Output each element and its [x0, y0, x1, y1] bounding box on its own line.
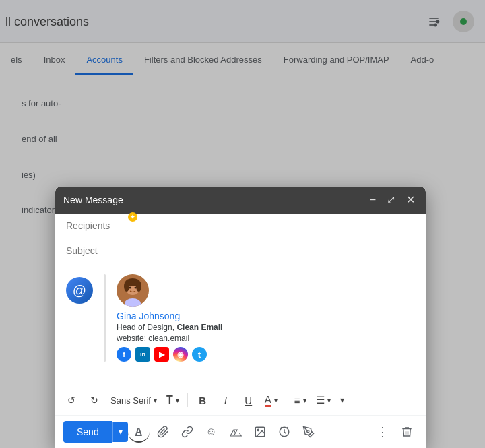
svg-point-11	[135, 287, 137, 289]
signature-area: @ ✦	[66, 274, 415, 362]
send-button-group: Send ▾	[63, 421, 128, 443]
format-text-button[interactable]: A	[128, 421, 150, 443]
signature-avatar	[117, 274, 149, 307]
compose-actions-bar: Send ▾ A ☺	[55, 415, 426, 448]
font-color-dropdown[interactable]: A ▾	[261, 389, 282, 411]
underline-button[interactable]: U	[238, 389, 259, 411]
signature-name: Gina Johnsong	[117, 311, 415, 321]
expand-button[interactable]: ⤢	[384, 193, 398, 207]
send-button[interactable]: Send	[63, 421, 112, 443]
youtube-icon[interactable]: ▶	[154, 347, 169, 362]
signature-content: Gina Johnsong Head of Design, Clean Emai…	[117, 274, 415, 362]
more-options-group: ⋮	[372, 421, 418, 443]
font-size-dropdown[interactable]: T ▾	[162, 389, 183, 411]
facebook-icon[interactable]: f	[117, 347, 131, 362]
font-color-chevron-icon: ▾	[274, 397, 278, 404]
drive-button[interactable]	[225, 421, 247, 443]
font-family-dropdown[interactable]: Sans Serif ▾	[106, 389, 161, 411]
compose-window: New Message − ⤢ ✕ @ ✦	[55, 187, 426, 448]
list-dropdown[interactable]: ☰ ▾	[312, 389, 335, 411]
signature-button[interactable]	[298, 421, 319, 443]
svg-point-16	[306, 430, 309, 433]
svg-point-14	[257, 429, 259, 430]
font-size-chevron-icon: ▾	[176, 397, 179, 404]
redo-button[interactable]: ↻	[84, 389, 105, 411]
clean-email-icon: @ ✦	[66, 277, 93, 304]
align-icon: ≡	[294, 395, 300, 406]
recipients-field	[55, 214, 426, 238]
action-icons-group: A ☺	[128, 421, 319, 443]
instagram-icon[interactable]: ◉	[173, 347, 188, 362]
attach-file-button[interactable]	[152, 421, 174, 443]
at-symbol-icon: @	[73, 283, 86, 298]
close-button[interactable]: ✕	[403, 193, 418, 207]
list-chevron-icon: ▾	[327, 397, 331, 404]
signature-website: website: clean.email	[117, 333, 415, 343]
compose-header[interactable]: New Message − ⤢ ✕	[55, 187, 426, 214]
emoji-button[interactable]: ☺	[201, 421, 222, 443]
more-formatting-chevron-icon: ▾	[340, 395, 344, 405]
linkedin-icon[interactable]: in	[135, 347, 150, 362]
more-options-button[interactable]: ⋮	[372, 421, 393, 443]
twitter-icon[interactable]: t	[192, 347, 207, 362]
minimize-button[interactable]: −	[367, 193, 379, 207]
insert-link-button[interactable]	[176, 421, 198, 443]
more-formatting-dropdown[interactable]: ▾	[336, 389, 348, 411]
send-dropdown-button[interactable]: ▾	[112, 422, 128, 442]
svg-point-8	[124, 281, 129, 292]
list-icon: ☰	[316, 394, 325, 406]
compose-body: @ ✦	[55, 263, 426, 385]
signature-social: f in ▶ ◉ t	[117, 347, 415, 362]
compose-header-actions: − ⤢ ✕	[367, 193, 418, 207]
compose-title: New Message	[63, 195, 123, 205]
insert-photo-button[interactable]	[249, 421, 271, 443]
subject-input[interactable]	[66, 245, 415, 256]
italic-button[interactable]: I	[215, 389, 236, 411]
undo-button[interactable]: ↺	[61, 389, 82, 411]
align-chevron-icon: ▾	[303, 397, 306, 404]
signature-divider	[104, 274, 106, 362]
toolbar-separator-2	[286, 393, 286, 407]
signature-title: Head of Design, Clean Email	[117, 323, 415, 332]
dropdown-chevron-icon: ▾	[154, 397, 157, 404]
font-color-icon: A	[265, 393, 271, 407]
recipients-input[interactable]	[66, 220, 415, 231]
subject-field	[55, 238, 426, 263]
svg-point-9	[136, 281, 141, 292]
delete-draft-button[interactable]	[396, 421, 418, 443]
align-dropdown[interactable]: ≡ ▾	[290, 389, 311, 411]
font-size-t-icon: T	[166, 394, 173, 406]
bold-button[interactable]: B	[192, 389, 214, 411]
toolbar-separator-1	[187, 393, 188, 407]
svg-point-10	[129, 287, 131, 289]
formatting-toolbar: ↺ ↻ Sans Serif ▾ T ▾ B I U A ▾ ≡ ▾ ☰ ▾ ▾	[55, 385, 426, 415]
schedule-button[interactable]	[273, 421, 295, 443]
